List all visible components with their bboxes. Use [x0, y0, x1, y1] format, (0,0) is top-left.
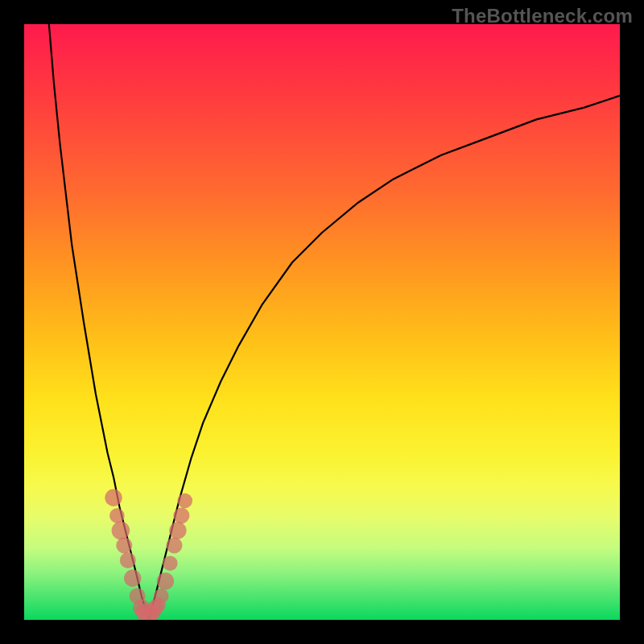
chart-frame: TheBottleneck.com	[0, 0, 644, 644]
bottleneck-curve-left	[48, 24, 150, 620]
data-point	[178, 493, 193, 509]
data-point	[109, 508, 125, 523]
data-point	[124, 570, 141, 587]
data-point	[120, 552, 136, 568]
cluster-points	[105, 489, 192, 620]
data-point	[163, 555, 178, 571]
data-point	[169, 522, 186, 539]
data-point	[154, 588, 169, 604]
data-point	[167, 538, 183, 554]
data-point	[105, 489, 122, 506]
data-point	[112, 522, 130, 540]
bottleneck-curve-right	[149, 96, 620, 620]
data-point	[173, 508, 189, 524]
data-point	[157, 572, 174, 589]
watermark-text: TheBottleneck.com	[452, 5, 633, 27]
data-point	[116, 538, 132, 554]
plot-area	[24, 24, 620, 620]
chart-svg	[24, 24, 620, 620]
